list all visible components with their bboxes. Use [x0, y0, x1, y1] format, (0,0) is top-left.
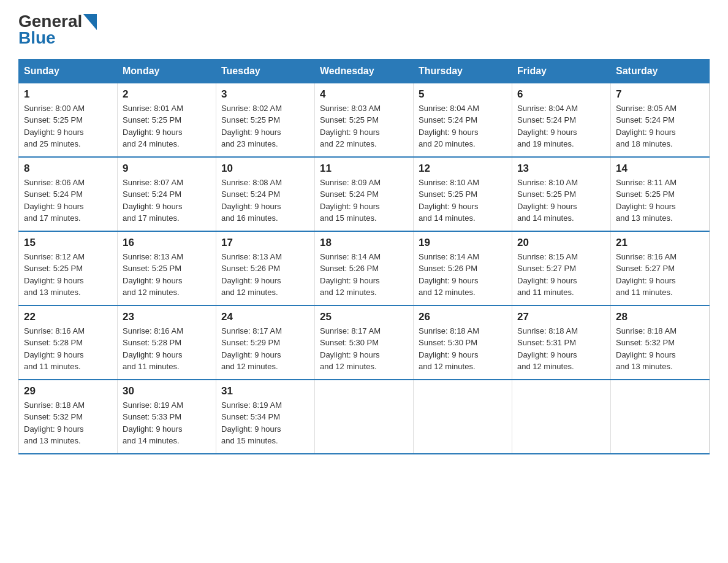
day-number: 24	[221, 311, 309, 323]
day-info: Sunrise: 8:09 AMSunset: 5:24 PMDaylight:…	[320, 178, 381, 223]
calendar-cell: 9 Sunrise: 8:07 AMSunset: 5:24 PMDayligh…	[118, 157, 216, 231]
day-info: Sunrise: 8:17 AMSunset: 5:30 PMDaylight:…	[320, 326, 381, 372]
day-info: Sunrise: 8:07 AMSunset: 5:24 PMDaylight:…	[123, 178, 183, 223]
day-info: Sunrise: 8:18 AMSunset: 5:32 PMDaylight:…	[616, 326, 677, 372]
day-info: Sunrise: 8:10 AMSunset: 5:25 PMDaylight:…	[517, 178, 578, 223]
calendar-cell	[512, 380, 611, 454]
calendar-cell: 27 Sunrise: 8:18 AMSunset: 5:31 PMDaylig…	[512, 305, 611, 380]
page-header: General Blue	[18, 12, 710, 48]
calendar-cell: 21 Sunrise: 8:16 AMSunset: 5:27 PMDaylig…	[611, 231, 710, 305]
day-number: 22	[24, 311, 112, 323]
calendar-cell: 11 Sunrise: 8:09 AMSunset: 5:24 PMDaylig…	[315, 157, 414, 231]
day-info: Sunrise: 8:08 AMSunset: 5:24 PMDaylight:…	[221, 178, 282, 223]
header-friday: Friday	[512, 59, 611, 83]
calendar-cell: 23 Sunrise: 8:16 AMSunset: 5:28 PMDaylig…	[118, 305, 216, 380]
calendar-cell: 29 Sunrise: 8:18 AMSunset: 5:32 PMDaylig…	[19, 380, 118, 454]
header-tuesday: Tuesday	[216, 59, 315, 83]
calendar-cell: 31 Sunrise: 8:19 AMSunset: 5:34 PMDaylig…	[216, 380, 315, 454]
calendar-cell: 17 Sunrise: 8:13 AMSunset: 5:26 PMDaylig…	[216, 231, 315, 305]
day-info: Sunrise: 8:18 AMSunset: 5:30 PMDaylight:…	[419, 326, 479, 372]
header-wednesday: Wednesday	[315, 59, 414, 83]
calendar-cell: 1 Sunrise: 8:00 AMSunset: 5:25 PMDayligh…	[19, 83, 118, 157]
day-info: Sunrise: 8:16 AMSunset: 5:28 PMDaylight:…	[24, 326, 85, 372]
calendar-cell	[315, 380, 414, 454]
day-number: 15	[24, 237, 112, 249]
day-info: Sunrise: 8:18 AMSunset: 5:31 PMDaylight:…	[517, 326, 578, 372]
calendar-cell: 25 Sunrise: 8:17 AMSunset: 5:30 PMDaylig…	[315, 305, 414, 380]
calendar-cell: 2 Sunrise: 8:01 AMSunset: 5:25 PMDayligh…	[118, 83, 216, 157]
day-info: Sunrise: 8:19 AMSunset: 5:34 PMDaylight:…	[221, 400, 282, 446]
calendar-cell: 15 Sunrise: 8:12 AMSunset: 5:25 PMDaylig…	[19, 231, 118, 305]
calendar-cell: 3 Sunrise: 8:02 AMSunset: 5:25 PMDayligh…	[216, 83, 315, 157]
day-number: 5	[419, 88, 507, 101]
calendar-cell: 13 Sunrise: 8:10 AMSunset: 5:25 PMDaylig…	[512, 157, 611, 231]
calendar-cell: 26 Sunrise: 8:18 AMSunset: 5:30 PMDaylig…	[414, 305, 512, 380]
calendar-cell: 18 Sunrise: 8:14 AMSunset: 5:26 PMDaylig…	[315, 231, 414, 305]
header-sunday: Sunday	[19, 59, 118, 83]
day-info: Sunrise: 8:15 AMSunset: 5:27 PMDaylight:…	[517, 252, 578, 297]
day-info: Sunrise: 8:01 AMSunset: 5:25 PMDaylight:…	[123, 104, 183, 149]
day-number: 28	[616, 311, 704, 323]
day-info: Sunrise: 8:16 AMSunset: 5:28 PMDaylight:…	[123, 326, 183, 372]
day-number: 21	[616, 237, 704, 249]
week-row-3: 15 Sunrise: 8:12 AMSunset: 5:25 PMDaylig…	[19, 231, 710, 305]
day-number: 29	[24, 385, 112, 397]
day-info: Sunrise: 8:11 AMSunset: 5:25 PMDaylight:…	[616, 178, 677, 223]
logo: General Blue	[18, 12, 97, 48]
week-row-1: 1 Sunrise: 8:00 AMSunset: 5:25 PMDayligh…	[19, 83, 710, 157]
logo-blue-text: Blue	[18, 29, 97, 48]
day-info: Sunrise: 8:04 AMSunset: 5:24 PMDaylight:…	[419, 104, 479, 149]
day-number: 7	[616, 88, 704, 101]
calendar-cell: 20 Sunrise: 8:15 AMSunset: 5:27 PMDaylig…	[512, 231, 611, 305]
day-info: Sunrise: 8:14 AMSunset: 5:26 PMDaylight:…	[419, 252, 479, 297]
logo-triangle-icon	[83, 14, 97, 30]
calendar-cell	[414, 380, 512, 454]
calendar-cell: 10 Sunrise: 8:08 AMSunset: 5:24 PMDaylig…	[216, 157, 315, 231]
day-info: Sunrise: 8:16 AMSunset: 5:27 PMDaylight:…	[616, 252, 677, 297]
calendar-cell: 19 Sunrise: 8:14 AMSunset: 5:26 PMDaylig…	[414, 231, 512, 305]
day-number: 9	[123, 163, 211, 175]
day-number: 18	[320, 237, 408, 249]
day-info: Sunrise: 8:02 AMSunset: 5:25 PMDaylight:…	[221, 104, 282, 149]
day-number: 20	[517, 237, 605, 249]
week-row-5: 29 Sunrise: 8:18 AMSunset: 5:32 PMDaylig…	[19, 380, 710, 454]
day-number: 14	[616, 163, 704, 175]
day-number: 27	[517, 311, 605, 323]
day-info: Sunrise: 8:18 AMSunset: 5:32 PMDaylight:…	[24, 400, 85, 446]
day-number: 13	[517, 163, 605, 175]
day-info: Sunrise: 8:00 AMSunset: 5:25 PMDaylight:…	[24, 104, 85, 149]
day-number: 23	[123, 311, 211, 323]
day-number: 31	[221, 385, 309, 397]
day-number: 3	[221, 88, 309, 101]
calendar-cell: 4 Sunrise: 8:03 AMSunset: 5:25 PMDayligh…	[315, 83, 414, 157]
day-number: 8	[24, 163, 112, 175]
day-number: 17	[221, 237, 309, 249]
day-info: Sunrise: 8:10 AMSunset: 5:25 PMDaylight:…	[419, 178, 479, 223]
calendar-cell: 6 Sunrise: 8:04 AMSunset: 5:24 PMDayligh…	[512, 83, 611, 157]
day-number: 26	[419, 311, 507, 323]
calendar-cell: 14 Sunrise: 8:11 AMSunset: 5:25 PMDaylig…	[611, 157, 710, 231]
calendar-cell: 12 Sunrise: 8:10 AMSunset: 5:25 PMDaylig…	[414, 157, 512, 231]
day-info: Sunrise: 8:13 AMSunset: 5:26 PMDaylight:…	[221, 252, 282, 297]
header-thursday: Thursday	[414, 59, 512, 83]
calendar-cell: 5 Sunrise: 8:04 AMSunset: 5:24 PMDayligh…	[414, 83, 512, 157]
svg-marker-0	[83, 14, 97, 30]
day-number: 2	[123, 88, 211, 101]
calendar-cell: 16 Sunrise: 8:13 AMSunset: 5:25 PMDaylig…	[118, 231, 216, 305]
day-info: Sunrise: 8:06 AMSunset: 5:24 PMDaylight:…	[24, 178, 85, 223]
day-number: 11	[320, 163, 408, 175]
day-number: 12	[419, 163, 507, 175]
calendar-cell	[611, 380, 710, 454]
day-number: 4	[320, 88, 408, 101]
day-number: 19	[419, 237, 507, 249]
calendar-cell: 30 Sunrise: 8:19 AMSunset: 5:33 PMDaylig…	[118, 380, 216, 454]
day-number: 1	[24, 88, 112, 101]
day-number: 10	[221, 163, 309, 175]
day-number: 25	[320, 311, 408, 323]
calendar-cell: 24 Sunrise: 8:17 AMSunset: 5:29 PMDaylig…	[216, 305, 315, 380]
day-info: Sunrise: 8:14 AMSunset: 5:26 PMDaylight:…	[320, 252, 381, 297]
day-info: Sunrise: 8:12 AMSunset: 5:25 PMDaylight:…	[24, 252, 85, 297]
header-monday: Monday	[118, 59, 216, 83]
calendar-table: SundayMondayTuesdayWednesdayThursdayFrid…	[18, 59, 710, 454]
calendar-cell: 7 Sunrise: 8:05 AMSunset: 5:24 PMDayligh…	[611, 83, 710, 157]
